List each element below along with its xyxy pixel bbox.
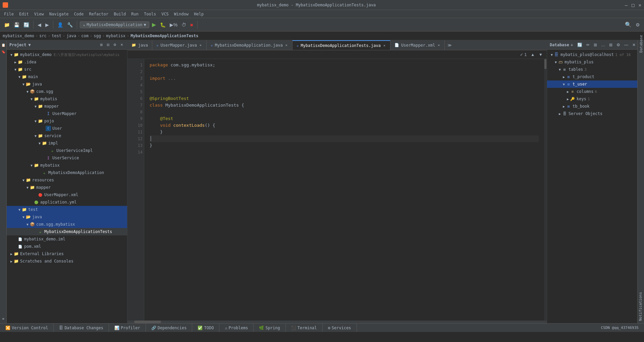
tree-arrow-src[interactable]: ▼ — [13, 68, 17, 71]
breadcrumb-com[interactable]: com — [81, 34, 89, 38]
tree-item-mybatis[interactable]: ▼ 📁 mybatis — [7, 95, 127, 103]
db-item-columns[interactable]: ▶ ≡ columns 6 — [547, 88, 637, 95]
project-collapse-all-button[interactable]: ⊟ — [105, 42, 111, 48]
bottom-tab-dependencies[interactable]: 🔗 Dependencies — [146, 324, 193, 332]
tree-item-resources[interactable]: ▼ 📁 resources — [7, 176, 127, 184]
menu-item-build[interactable]: Build — [111, 10, 128, 18]
project-expand-all-button[interactable]: ⊞ — [99, 42, 104, 48]
db-item-t-product[interactable]: ▶ ⊞ t_product — [547, 73, 637, 80]
db-minimize-button[interactable]: — — [623, 41, 630, 49]
breadcrumb-test[interactable]: test — [52, 34, 61, 38]
code-content[interactable]: package com.sgg.mybatisx; import ... @Sp… — [144, 59, 544, 321]
db-table-view-button[interactable]: ⊞ — [592, 41, 598, 49]
tree-item-userservice[interactable]: I UserService — [7, 154, 127, 162]
menu-item-refactor[interactable]: Refactor — [86, 10, 111, 18]
db-item-tables[interactable]: ▼ ⊞ tables 3 — [547, 66, 637, 73]
tree-item-com-sgg[interactable]: ▼ 📦 com.sgg — [7, 88, 127, 95]
bookmarks-icon[interactable]: 🔖 — [0, 48, 7, 55]
tree-item-mybatisxdemoapplicationtests[interactable]: ☕ MybatisxDemoApplicationTests — [7, 228, 127, 235]
vcs-button[interactable]: 🔧 — [66, 21, 74, 29]
editor-down-button[interactable]: ▼ — [537, 52, 544, 58]
db-expand-all-db-button[interactable]: ⊞ — [608, 41, 614, 49]
structure-icon[interactable]: ≡ — [0, 315, 7, 322]
tree-item-mapper-res[interactable]: ▼ 📁 mapper — [7, 184, 127, 191]
project-settings-button[interactable]: ⚙ — [112, 42, 118, 48]
profile-button[interactable]: ⏱ — [180, 21, 187, 29]
db-item-connection[interactable]: ▼ 🗄 mybatis_plus@localhost 1 of 16 — [547, 51, 637, 58]
breadcrumb-project[interactable]: mybatisx_demo — [3, 34, 34, 38]
tree-arrow-java[interactable]: ▼ — [21, 82, 25, 86]
tree-item-iml[interactable]: 📄 mybatisx_demo.iml — [7, 235, 127, 243]
bottom-tab-services[interactable]: ⚙ Services — [323, 324, 357, 332]
tree-arrow-mapper-res[interactable]: ▼ — [25, 186, 30, 189]
tree-item-idea[interactable]: ▶ 📁 .idea — [7, 58, 127, 66]
tree-arrow-external-libs[interactable]: ▶ — [9, 252, 13, 256]
tab-mybatisxdemoapplication-close[interactable]: ✕ — [285, 43, 288, 47]
tree-arrow-mybatis[interactable]: ▼ — [30, 97, 34, 101]
open-button[interactable]: 📁 — [3, 21, 11, 29]
db-item-mybatis-plus[interactable]: ▼ 🗃 mybatis_plus — [547, 58, 637, 66]
tree-arrow-root[interactable]: ▼ — [9, 53, 13, 57]
menu-item-edit[interactable]: Edit — [16, 10, 32, 18]
run-with-coverage-button[interactable]: ▶% — [168, 21, 179, 29]
check-button[interactable]: ✓ 1 — [519, 52, 528, 58]
tree-item-mybatisxdemoapplication[interactable]: ☕ MybatisxDemoApplication — [7, 169, 127, 176]
tab-mybatisxdemoapplicationtests-close[interactable]: ✕ — [383, 43, 386, 48]
breadcrumb-mybatisx[interactable]: mybatisx — [106, 34, 125, 38]
database-strip-label[interactable]: Database — [638, 40, 644, 47]
git-button[interactable]: 👤 — [56, 21, 64, 29]
tree-arrow-com-sgg[interactable]: ▼ — [25, 90, 30, 94]
db-item-t-user[interactable]: ▼ ⊞ t_user — [547, 80, 637, 88]
tree-item-test[interactable]: ▼ 📁 test — [7, 206, 127, 213]
db-settings-button[interactable]: ⚙ — [615, 41, 622, 49]
tree-arrow-service[interactable]: ▼ — [34, 134, 38, 138]
tree-item-service[interactable]: ▼ 📁 service — [7, 132, 127, 139]
db-refresh-button[interactable]: 🔄 — [576, 41, 584, 49]
search-button[interactable]: 🔍 — [624, 20, 633, 29]
bottom-tab-spring[interactable]: 🌿 Spring — [254, 324, 285, 332]
debug-button[interactable]: 🐛 — [159, 21, 167, 29]
tree-item-com-sgg-mybatisx[interactable]: ▼ 📦 com.sgg.mybatisx — [7, 221, 127, 228]
tab-usermapper-close[interactable]: ✕ — [199, 43, 202, 47]
tab-usermapper[interactable]: ☕ UserMapper.java ✕ — [152, 40, 207, 50]
menu-item-view[interactable]: View — [32, 10, 47, 18]
db-edit-button[interactable]: ✏ — [585, 41, 591, 49]
bottom-tab-terminal[interactable]: ⬛ Terminal — [286, 324, 323, 332]
breadcrumb-src[interactable]: src — [39, 34, 47, 38]
tree-item-application-yml[interactable]: 🟢 application.yml — [7, 198, 127, 206]
tab-mybatisxdemoapplication[interactable]: ☕ MybatisxDemoApplication.java ✕ — [207, 40, 292, 50]
db-item-keys[interactable]: ▶ 🔑 keys 1 — [547, 95, 637, 103]
forward-button[interactable]: ▶ — [44, 21, 50, 29]
sync-button[interactable]: 🔄 — [22, 21, 31, 29]
tree-arrow-impl[interactable]: ▼ — [38, 141, 42, 145]
db-arrow-tables[interactable]: ▼ — [558, 68, 562, 71]
run-config-dropdown[interactable]: ☕ MybatisxDemoApplication ▼ — [80, 21, 149, 28]
tree-item-pom-xml[interactable]: 📄 pom.xml — [7, 243, 127, 250]
project-close-button[interactable]: ✕ — [119, 42, 124, 48]
db-arrow-connection[interactable]: ▼ — [550, 53, 554, 57]
db-arrow-keys[interactable]: ▶ — [566, 97, 570, 101]
tree-item-mybatisx-pkg[interactable]: ▼ 📁 mybatisx — [7, 162, 127, 169]
menu-item-window[interactable]: Window — [171, 10, 191, 18]
breadcrumb-sgg[interactable]: sgg — [94, 34, 101, 38]
bottom-tab-problems[interactable]: ⚠ Problems — [219, 324, 254, 332]
tree-item-java[interactable]: ▼ 📂 java — [7, 80, 127, 88]
menu-item-run[interactable]: Run — [128, 10, 141, 18]
scrollbar-thumb-horizontal[interactable] — [134, 321, 161, 323]
breadcrumb-java[interactable]: java — [66, 34, 76, 38]
tree-arrow-test-java[interactable]: ▼ — [21, 215, 25, 219]
tree-arrow-idea[interactable]: ▶ — [13, 60, 17, 64]
maximize-button[interactable]: □ — [632, 2, 634, 8]
db-arrow-tb-book[interactable]: ▶ — [562, 105, 566, 108]
bottom-tab-todo[interactable]: ✅ TODO — [192, 324, 219, 332]
db-close-button[interactable]: ✕ — [631, 41, 637, 49]
tree-item-root[interactable]: ▼ 📁 mybatisx_demo E:\开发项目\mybatisplus\my… — [7, 51, 127, 58]
tree-item-userserviceimpl[interactable]: ☕ UserServiceImpl — [7, 147, 127, 154]
tree-item-src[interactable]: ▼ 📁 src — [7, 66, 127, 73]
code-editor[interactable]: 1 2 3 4 5 6 7 8 9 10 11 12 13 14 package… — [127, 59, 547, 321]
tab-java[interactable]: 📁 java — [127, 40, 152, 50]
bottom-tab-profiler[interactable]: 📊 Profiler — [109, 324, 146, 332]
menu-item-help[interactable]: Help — [191, 10, 206, 18]
db-add-button[interactable]: + — [569, 41, 575, 49]
vertical-scrollbar[interactable] — [544, 59, 547, 321]
